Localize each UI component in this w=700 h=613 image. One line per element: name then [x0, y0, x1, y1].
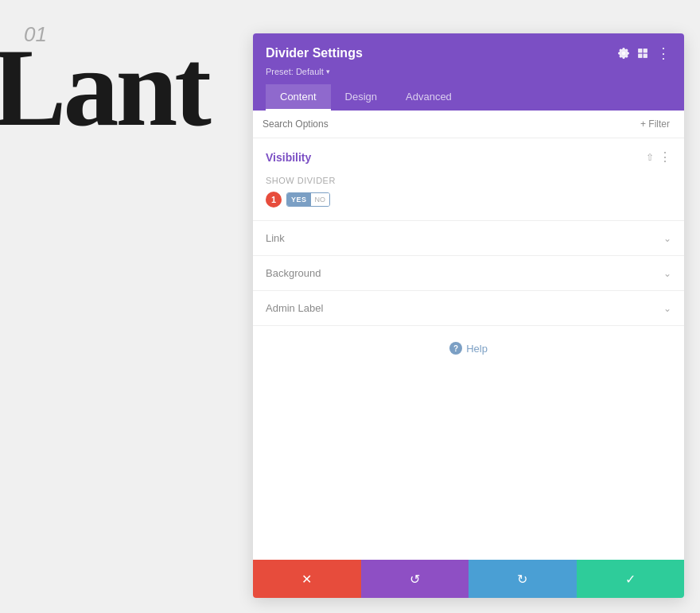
cancel-button[interactable]: ✕	[253, 560, 361, 598]
visibility-chevron-icon[interactable]: ⇧	[646, 152, 654, 163]
badge: 1	[266, 192, 282, 208]
background-section-title: Background	[266, 267, 321, 279]
admin-label-chevron-icon: ⌄	[663, 303, 671, 314]
toggle-no: NO	[311, 193, 330, 206]
tab-content[interactable]: Content	[266, 84, 331, 111]
link-section: Link ⌄	[253, 221, 684, 256]
help-section: ? Help	[253, 326, 684, 371]
preset-arrow: ▾	[326, 68, 330, 76]
settings-panel: Divider Settings ⋮ Preset: Default ▾	[253, 33, 684, 598]
visibility-header: Visibility ⇧ ⋮	[253, 138, 684, 173]
undo-button[interactable]: ↺	[361, 560, 469, 598]
toggle-switch[interactable]: YES NO	[286, 192, 330, 207]
background-chevron-icon: ⌄	[663, 268, 671, 279]
search-input[interactable]	[262, 118, 636, 130]
visibility-section: Visibility ⇧ ⋮ Show Divider 1 YES NO	[253, 138, 684, 221]
grid-icon[interactable]	[637, 48, 648, 59]
save-button[interactable]: ✓	[577, 560, 685, 598]
filter-button[interactable]: + Filter	[636, 117, 675, 131]
visibility-body: Show Divider 1 YES NO	[253, 173, 684, 220]
bg-text: Lant	[0, 32, 208, 143]
link-chevron-icon: ⌄	[663, 233, 671, 244]
redo-button[interactable]: ↻	[469, 560, 577, 598]
page-background: 01 Lant	[0, 0, 255, 613]
tab-advanced[interactable]: Advanced	[391, 84, 466, 111]
visibility-title: Visibility	[266, 151, 311, 164]
background-section: Background ⌄	[253, 256, 684, 291]
preset-label: Preset: Default	[266, 67, 324, 76]
panel-title: Divider Settings	[266, 46, 363, 60]
link-section-title: Link	[266, 232, 285, 244]
admin-label-section: Admin Label ⌄	[253, 291, 684, 326]
help-label: Help	[466, 343, 488, 355]
visibility-dots-icon[interactable]: ⋮	[659, 149, 671, 165]
help-link[interactable]: ? Help	[449, 342, 488, 355]
help-icon: ?	[449, 342, 462, 355]
background-section-header[interactable]: Background ⌄	[253, 256, 684, 290]
svg-rect-4	[644, 54, 647, 57]
link-section-header[interactable]: Link ⌄	[253, 221, 684, 255]
settings-icon[interactable]	[618, 48, 629, 59]
bottom-bar: ✕ ↺ ↻ ✓	[253, 560, 684, 598]
preset-selector[interactable]: Preset: Default ▾	[266, 67, 671, 76]
show-divider-label: Show Divider	[266, 176, 671, 185]
visibility-icons: ⇧ ⋮	[646, 149, 671, 165]
svg-rect-1	[639, 49, 642, 52]
more-icon[interactable]: ⋮	[656, 45, 671, 62]
panel-body: Visibility ⇧ ⋮ Show Divider 1 YES NO	[253, 138, 684, 560]
tab-design[interactable]: Design	[331, 84, 391, 111]
panel-header: Divider Settings ⋮ Preset: Default ▾	[253, 33, 684, 111]
toggle-row: 1 YES NO	[266, 192, 671, 208]
panel-tabs: Content Design Advanced	[266, 84, 671, 111]
svg-rect-2	[644, 49, 647, 52]
admin-label-section-title: Admin Label	[266, 302, 323, 314]
header-icons: ⋮	[618, 45, 671, 62]
svg-rect-3	[639, 54, 642, 57]
admin-label-section-header[interactable]: Admin Label ⌄	[253, 291, 684, 325]
search-bar: + Filter	[253, 111, 684, 138]
toggle-yes: YES	[287, 193, 311, 206]
